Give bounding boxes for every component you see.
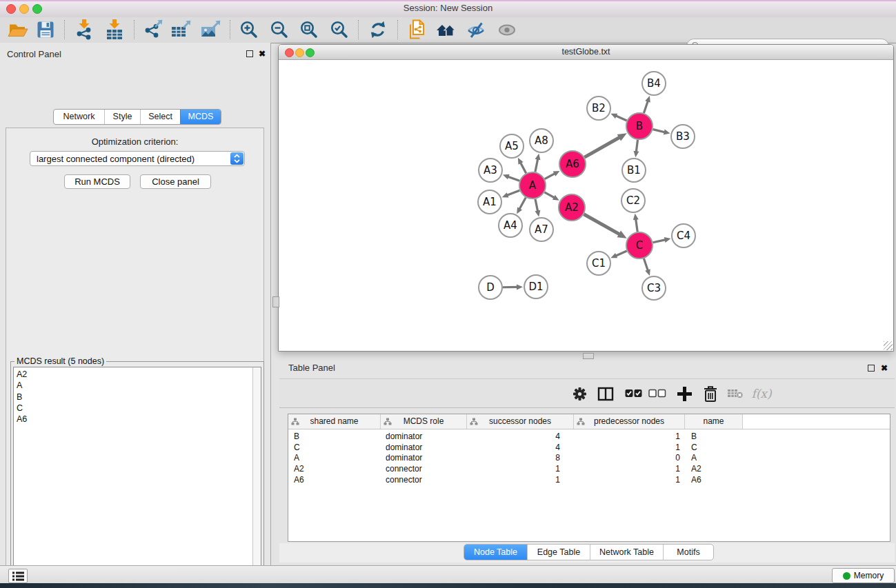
edge-B-B1[interactable] [636,140,637,152]
tab-select[interactable]: Select [140,110,180,124]
table-row[interactable]: Cdominator41C [288,443,890,454]
zoom-out-icon[interactable] [268,18,291,41]
delete-columns-icon[interactable] [699,382,722,405]
tab-mcds[interactable]: MCDS [180,110,221,124]
deselect-all-columns-icon[interactable] [646,382,669,405]
column-header-predecessor-nodes[interactable]: predecessor nodes [574,414,685,429]
close-table-panel-icon[interactable]: ✖ [881,364,888,372]
graph-node-D1[interactable]: D1 [524,275,548,298]
delete-table-icon[interactable] [724,382,747,405]
refresh-icon[interactable] [366,18,390,41]
mcds-result-item[interactable]: C [14,403,261,414]
graph-node-C4[interactable]: C4 [672,224,695,247]
open-file-icon[interactable] [6,18,30,41]
show-column-icon[interactable] [594,382,617,405]
show-all-nodes-icon[interactable] [435,18,458,41]
graph-node-B[interactable]: B [626,113,653,139]
graph-node-A[interactable]: A [519,172,546,199]
select-all-columns-icon[interactable] [622,382,646,405]
scrollbar[interactable] [252,367,261,588]
tab-network[interactable]: Network [54,110,104,124]
network-canvas[interactable]: B4B2BB3A8A5A3A6B1AA1C2A2A4A7C4CC1C3DD1 [279,60,893,351]
edge-A-A3[interactable] [508,176,520,181]
save-session-icon[interactable] [34,18,57,41]
tab-edge-table[interactable]: Edge Table [527,545,590,560]
graph-node-A6[interactable]: A6 [559,151,586,177]
close-panel-icon[interactable]: ✖ [259,50,266,58]
close-panel-button[interactable]: Close panel [140,174,211,189]
column-header-MCDS-role[interactable]: MCDS role [381,414,467,429]
mcds-result-list[interactable]: A2ABCA6 [13,367,261,588]
tab-node-table[interactable]: Node Table [464,545,527,560]
edge-C-C3[interactable] [644,258,648,271]
tab-network-table[interactable]: Network Table [590,545,663,560]
edge-A-A5[interactable] [520,162,526,173]
graph-node-C1[interactable]: C1 [587,252,610,275]
graph-node-C3[interactable]: C3 [642,276,666,300]
table-mode-gear-icon[interactable] [568,382,591,405]
edge-B-B3[interactable] [653,130,665,132]
graph-node-A1[interactable]: A1 [478,190,501,214]
column-header-successor-nodes[interactable]: successor nodes [467,414,574,429]
edge-A-A4[interactable] [519,198,526,210]
create-column-icon[interactable] [673,382,696,405]
graph-node-B1[interactable]: B1 [622,159,646,182]
edge-C-C4[interactable] [653,240,666,243]
zoom-in-icon[interactable] [237,18,261,41]
optimization-select[interactable]: largest connected component (directed) [30,151,245,166]
zoom-selected-icon[interactable] [328,18,351,41]
tab-style[interactable]: Style [104,110,140,124]
graph-node-D[interactable]: D [479,276,502,299]
graph-node-B4[interactable]: B4 [642,72,666,95]
float-table-panel-icon[interactable] [868,365,875,372]
memory-button[interactable]: Memory [832,568,895,583]
edge-B-B2[interactable] [615,116,627,121]
edge-A2-C[interactable] [584,214,620,235]
graph-node-A2[interactable]: A2 [559,194,585,221]
graph-node-A4[interactable]: A4 [499,214,522,237]
tab-motifs[interactable]: Motifs [663,545,713,560]
float-panel-icon[interactable] [246,50,253,57]
split-divider-handle[interactable] [583,353,594,359]
graph-node-A7[interactable]: A7 [530,218,553,241]
show-hidden-icon[interactable] [495,18,519,41]
column-header-name[interactable]: name [685,414,743,429]
export-network-icon[interactable] [141,18,165,41]
mcds-result-item[interactable]: A2 [14,369,261,380]
graph-node-A3[interactable]: A3 [479,159,502,182]
mcds-result-item[interactable]: B [14,392,261,403]
graph-node-B3[interactable]: B3 [671,125,695,148]
graph-node-C2[interactable]: C2 [621,189,645,212]
edge-A-A1[interactable] [506,190,519,195]
edge-B-B4[interactable] [644,101,648,113]
graph-node-B2[interactable]: B2 [587,97,610,120]
table-row[interactable]: Adominator80A [288,453,890,464]
graph-node-C[interactable]: C [626,232,653,258]
import-table-icon[interactable] [103,18,126,41]
table-row[interactable]: Bdominator41B [288,432,890,443]
import-network-icon[interactable] [72,18,96,41]
task-history-button[interactable] [8,569,28,583]
run-mcds-button[interactable]: Run MCDS [64,174,130,189]
mcds-result-item[interactable]: A [14,380,261,391]
edge-A-A6[interactable] [545,173,555,179]
graph-node-A5[interactable]: A5 [500,134,524,158]
edge-A-A7[interactable] [535,199,538,212]
table-row[interactable]: A6connector11A6 [288,475,890,486]
clone-network-icon[interactable] [406,18,429,41]
edge-A-A8[interactable] [535,159,538,172]
export-image-icon[interactable] [199,18,222,41]
edge-A6-B[interactable] [584,136,620,157]
hide-selected-icon[interactable] [464,18,488,41]
mcds-result-item[interactable]: A6 [14,414,261,425]
resize-grip-icon[interactable] [884,341,893,350]
edge-C-C1[interactable] [615,251,627,256]
edge-C-C2[interactable] [636,219,638,232]
column-header-shared-name[interactable]: shared name [288,414,381,429]
table-row[interactable]: A2connector11A2 [288,464,890,475]
zoom-fit-icon[interactable] [297,18,321,41]
graph-node-A8[interactable]: A8 [530,129,553,152]
edge-A-A2[interactable] [544,192,555,198]
function-builder-icon[interactable]: f(x) [750,382,773,405]
split-divider-handle[interactable] [272,296,279,307]
